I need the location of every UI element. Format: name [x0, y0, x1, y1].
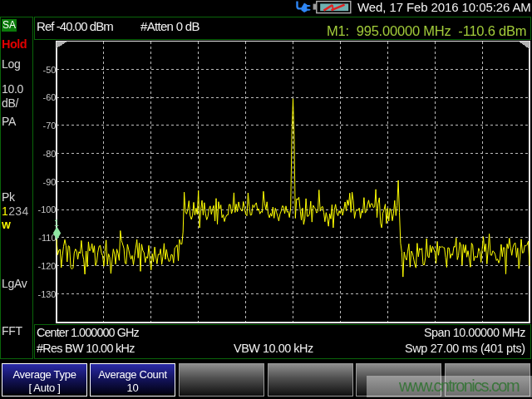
svg-text:1: 1 — [54, 218, 59, 228]
svg-text:-130: -130 — [37, 289, 56, 299]
svg-text:-80: -80 — [43, 149, 57, 159]
svg-text:-100: -100 — [37, 204, 56, 214]
svg-text:-60: -60 — [43, 92, 57, 102]
svg-text:-70: -70 — [43, 121, 57, 131]
svg-text:-120: -120 — [37, 261, 56, 271]
svg-text:-50: -50 — [43, 65, 57, 75]
svg-text:-110: -110 — [38, 233, 56, 243]
svg-text:-90: -90 — [43, 177, 57, 187]
